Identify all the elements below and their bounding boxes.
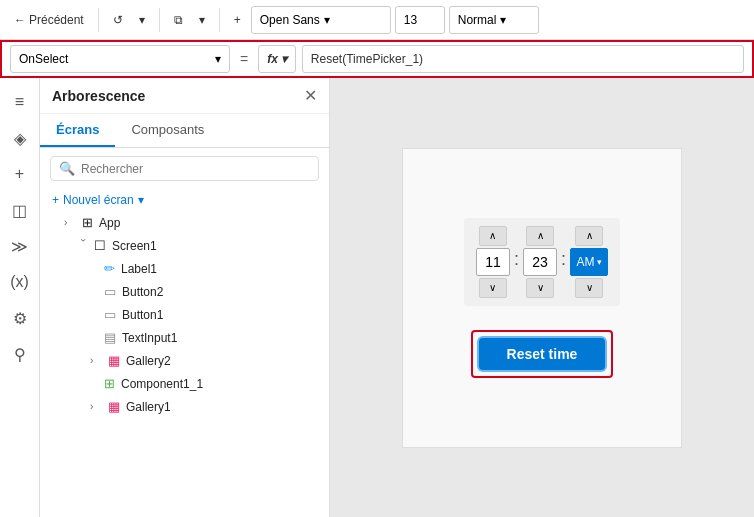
search-icon[interactable]: ⚲ xyxy=(4,338,36,370)
hours-col: ∧ 11 ∨ xyxy=(476,226,510,298)
formula-input[interactable] xyxy=(302,45,744,73)
hours-up-button[interactable]: ∧ xyxy=(479,226,507,246)
font-style-dropdown[interactable]: Normal ▾ xyxy=(449,6,539,34)
canvas-area: ∧ 11 ∨ : ∧ 23 ∨ : ∧ AM ▾ xyxy=(330,78,754,517)
settings-icon[interactable]: ⚙ xyxy=(4,302,36,334)
undo-icon: ↺ xyxy=(113,13,123,27)
chevron-down-icon-7: ▾ xyxy=(138,193,144,207)
font-style-value: Normal xyxy=(458,13,497,27)
variables-icon[interactable]: (x) xyxy=(4,266,36,298)
sep-2 xyxy=(159,8,160,32)
connectors-icon[interactable]: ≫ xyxy=(4,230,36,262)
chevron-screen1: › xyxy=(78,239,89,253)
reset-button-label: Reset time xyxy=(507,346,578,362)
ampm-up-button[interactable]: ∧ xyxy=(575,226,603,246)
chevron-down-icon-4: ▾ xyxy=(500,13,506,27)
tree-items: › ⊞ App › ☐ Screen1 ✏ Label1 ▭ Button2 xyxy=(40,211,329,517)
time-picker: ∧ 11 ∨ : ∧ 23 ∨ : ∧ AM ▾ xyxy=(464,218,620,306)
chevron-down-icon: ▾ xyxy=(139,13,145,27)
tab-screens[interactable]: Écrans xyxy=(40,114,115,147)
add-control-icon[interactable]: + xyxy=(4,158,36,190)
canvas-content: ∧ 11 ∨ : ∧ 23 ∨ : ∧ AM ▾ xyxy=(402,148,682,448)
label1-icon: ✏ xyxy=(104,261,115,276)
tree-panel: Arborescence ✕ Écrans Composants 🔍 + Nou… xyxy=(40,78,330,517)
layers-icon[interactable]: ◈ xyxy=(4,122,36,154)
icon-rail: ≡ ◈ + ◫ ≫ (x) ⚙ ⚲ xyxy=(0,78,40,517)
add-button[interactable]: + xyxy=(228,10,247,30)
reset-time-button[interactable]: Reset time xyxy=(479,338,606,370)
tree-item-button2[interactable]: ▭ Button2 xyxy=(40,280,329,303)
paste-button[interactable]: ⧉ xyxy=(168,10,189,30)
tree-item-component1[interactable]: ⊞ Component1_1 xyxy=(40,372,329,395)
tree-item-button1[interactable]: ▭ Button1 xyxy=(40,303,329,326)
app-icon: ⊞ xyxy=(82,215,93,230)
screen1-icon: ☐ xyxy=(94,238,106,253)
chevron-down-icon-2: ▾ xyxy=(199,13,205,27)
ampm-text: AM xyxy=(577,255,595,269)
undo-dropdown[interactable]: ▾ xyxy=(133,10,151,30)
fx-label: fx xyxy=(267,52,278,66)
font-family-dropdown[interactable]: Open Sans ▾ xyxy=(251,6,391,34)
menu-icon[interactable]: ≡ xyxy=(4,86,36,118)
new-screen-button[interactable]: + Nouvel écran ▾ xyxy=(40,189,329,211)
paste-icon: ⧉ xyxy=(174,13,183,27)
data-icon[interactable]: ◫ xyxy=(4,194,36,226)
tab-components[interactable]: Composants xyxy=(115,114,220,147)
font-size-value: 13 xyxy=(404,13,417,27)
paste-dropdown[interactable]: ▾ xyxy=(193,10,211,30)
ampm-col: ∧ AM ▾ ∨ xyxy=(570,226,608,298)
minutes-down-button[interactable]: ∨ xyxy=(526,278,554,298)
plus-icon-small: + xyxy=(52,193,59,207)
minutes-col: ∧ 23 ∨ xyxy=(523,226,557,298)
undo-button[interactable]: ↺ xyxy=(107,10,129,30)
font-family-value: Open Sans xyxy=(260,13,320,27)
tree-search-input[interactable] xyxy=(81,162,310,176)
component1-icon: ⊞ xyxy=(104,376,115,391)
tree-item-gallery1[interactable]: › ▦ Gallery1 xyxy=(40,395,329,418)
textinput1-icon: ▤ xyxy=(104,330,116,345)
tree-item-app[interactable]: › ⊞ App xyxy=(40,211,329,234)
ampm-value[interactable]: AM ▾ xyxy=(570,248,608,276)
chevron-down-icon-6: ▾ xyxy=(281,52,287,66)
back-button[interactable]: ← Précédent xyxy=(8,10,90,30)
tree-item-label1[interactable]: ✏ Label1 xyxy=(40,257,329,280)
chevron-gallery1: › xyxy=(90,401,104,412)
tree-item-textinput1[interactable]: ▤ TextInput1 xyxy=(40,326,329,349)
minutes-up-button[interactable]: ∧ xyxy=(526,226,554,246)
gallery2-icon: ▦ xyxy=(108,353,120,368)
back-label: Précédent xyxy=(29,13,84,27)
close-icon[interactable]: ✕ xyxy=(304,86,317,105)
ampm-chevron-icon: ▾ xyxy=(597,257,602,267)
hours-value: 11 xyxy=(476,248,510,276)
new-screen-label: Nouvel écran xyxy=(63,193,134,207)
chevron-down-icon-5: ▾ xyxy=(215,52,221,66)
main-layout: ≡ ◈ + ◫ ≫ (x) ⚙ ⚲ Arborescence ✕ Écrans … xyxy=(0,78,754,517)
tree-search-container: 🔍 xyxy=(50,156,319,181)
chevron-gallery2: › xyxy=(90,355,104,366)
tree-title: Arborescence xyxy=(52,88,145,104)
tree-item-gallery2[interactable]: › ▦ Gallery2 xyxy=(40,349,329,372)
property-dropdown[interactable]: OnSelect ▾ xyxy=(10,45,230,73)
tree-item-screen1[interactable]: › ☐ Screen1 xyxy=(40,234,329,257)
property-value: OnSelect xyxy=(19,52,68,66)
hours-down-button[interactable]: ∨ xyxy=(479,278,507,298)
tree-header: Arborescence ✕ xyxy=(40,78,329,114)
chevron-down-icon-3: ▾ xyxy=(324,13,330,27)
equals-sign: = xyxy=(236,51,252,67)
plus-icon: + xyxy=(234,13,241,27)
gallery1-icon: ▦ xyxy=(108,399,120,414)
ampm-down-button[interactable]: ∨ xyxy=(575,278,603,298)
font-size-dropdown[interactable]: 13 xyxy=(395,6,445,34)
back-icon: ← xyxy=(14,13,26,27)
formula-bar: OnSelect ▾ = fx ▾ xyxy=(0,40,754,78)
sep-1 xyxy=(98,8,99,32)
minutes-value: 23 xyxy=(523,248,557,276)
reset-button-wrapper: Reset time xyxy=(471,330,614,378)
fx-button[interactable]: fx ▾ xyxy=(258,45,296,73)
toolbar: ← Précédent ↺ ▾ ⧉ ▾ + Open Sans ▾ 13 Nor… xyxy=(0,0,754,40)
search-icon-small: 🔍 xyxy=(59,161,75,176)
time-sep-1: : xyxy=(514,249,519,274)
button2-icon: ▭ xyxy=(104,284,116,299)
button1-icon: ▭ xyxy=(104,307,116,322)
sep-3 xyxy=(219,8,220,32)
